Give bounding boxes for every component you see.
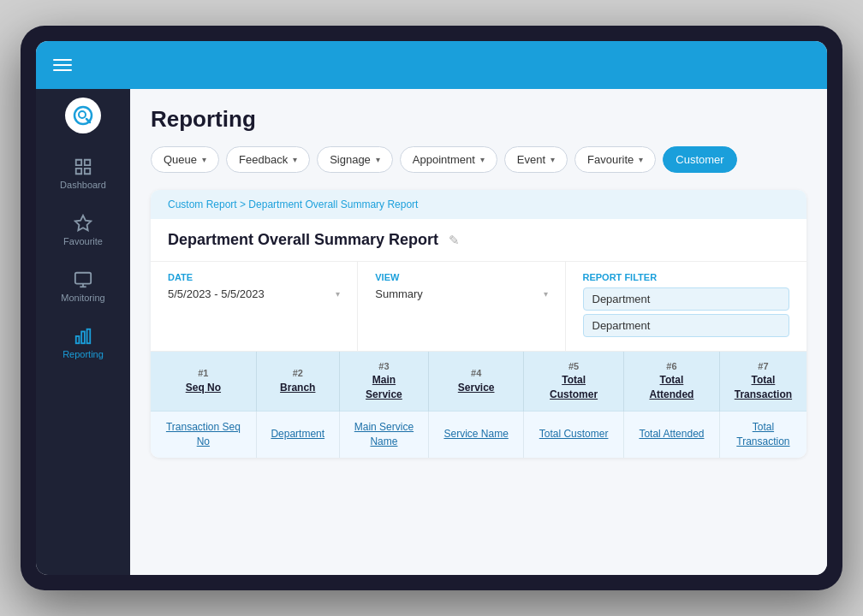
tab-appointment[interactable]: Appointment ▾ (400, 146, 497, 173)
hamburger-icon[interactable] (53, 59, 72, 71)
sub-col-total-customer[interactable]: Total Customer (524, 411, 624, 457)
report-header: Department Overall Summary Report ✎ (151, 219, 806, 262)
svg-line-1 (86, 119, 90, 122)
chevron-down-icon: ▾ (544, 289, 548, 299)
col-num-6: #6 (634, 360, 709, 373)
col-total-attended: #6 TotalAttended (624, 352, 720, 411)
filters-row: Date 5/5/2023 - 5/5/2023 ▾ View Summary … (151, 262, 806, 352)
svg-rect-9 (87, 329, 91, 344)
topbar (36, 41, 827, 89)
logo (65, 98, 101, 133)
sub-col-total-attended[interactable]: Total Attended (624, 411, 720, 457)
col-title-total-transaction[interactable]: TotalTransaction (730, 373, 796, 402)
chevron-down-icon: ▾ (639, 155, 643, 164)
table-sub-header-row: Transaction SeqNo Department Main Servic… (151, 411, 806, 457)
chevron-down-icon: ▾ (202, 155, 206, 164)
sidebar-item-favourite[interactable]: Favourite (36, 202, 130, 258)
col-title-service[interactable]: Service (439, 381, 513, 395)
view-filter-label: View (375, 272, 547, 282)
col-total-customer: #5 TotalCustomer (524, 352, 624, 411)
sub-col-transaction-seq[interactable]: Transaction SeqNo (151, 411, 256, 457)
col-title-branch[interactable]: Branch (267, 381, 329, 395)
date-filter-select[interactable]: 5/5/2023 - 5/5/2023 ▾ (168, 287, 340, 300)
sidebar-item-reporting[interactable]: Reporting (36, 315, 130, 371)
col-title-total-attended[interactable]: TotalAttended (634, 373, 709, 402)
report-filter: Report Filter Department Department (566, 262, 807, 351)
report-filter-value[interactable]: Department (583, 287, 790, 311)
sidebar: Dashboard Favourite Monitoring (36, 89, 130, 575)
col-total-transaction: #7 TotalTransaction (719, 352, 806, 411)
chevron-down-icon: ▾ (293, 155, 297, 164)
screen: Dashboard Favourite Monitoring (36, 41, 827, 575)
sidebar-label-dashboard: Dashboard (60, 180, 106, 190)
tab-feedback[interactable]: Feedback ▾ (226, 146, 310, 173)
sidebar-item-dashboard[interactable]: Dashboard (36, 145, 130, 202)
sub-col-department[interactable]: Department (256, 411, 339, 457)
svg-rect-4 (75, 273, 91, 284)
table-header-row: #1 Seq No #2 Branch #3 M (151, 352, 806, 411)
view-filter: View Summary ▾ (358, 262, 565, 351)
breadcrumb: Custom Report > Department Overall Summa… (151, 190, 806, 219)
sidebar-label-favourite: Favourite (63, 236, 103, 246)
sidebar-label-monitoring: Monitoring (61, 293, 104, 303)
tab-customer[interactable]: Customer (663, 146, 736, 173)
data-table: #1 Seq No #2 Branch #3 M (151, 352, 806, 458)
col-num-1: #1 (161, 367, 246, 380)
col-title-main-service[interactable]: MainService (350, 373, 418, 402)
col-num-7: #7 (730, 360, 796, 373)
col-main-service: #3 MainService (339, 352, 428, 411)
col-seq-no: #1 Seq No (151, 352, 256, 411)
sub-col-service-name[interactable]: Service Name (429, 411, 524, 457)
content-area: Reporting Queue ▾ Feedback ▾ Signage ▾ (130, 89, 827, 575)
report-card: Custom Report > Department Overall Summa… (151, 190, 806, 458)
main-layout: Dashboard Favourite Monitoring (36, 89, 827, 575)
col-branch: #2 Branch (256, 352, 339, 411)
sub-col-total-transaction[interactable]: TotalTransaction (719, 411, 806, 457)
col-num-3: #3 (350, 360, 418, 373)
col-num-2: #2 (267, 367, 329, 380)
svg-marker-3 (75, 216, 91, 230)
col-num-4: #4 (439, 367, 513, 380)
col-num-5: #5 (534, 360, 613, 373)
device-frame: Dashboard Favourite Monitoring (21, 26, 842, 590)
chevron-down-icon: ▾ (551, 155, 555, 164)
chevron-down-icon: ▾ (376, 155, 380, 164)
sub-col-main-service-name[interactable]: Main ServiceName (339, 411, 428, 457)
chevron-down-icon: ▾ (480, 155, 485, 164)
sidebar-label-reporting: Reporting (62, 349, 104, 359)
report-filter-option[interactable]: Department (583, 314, 790, 337)
view-filter-select[interactable]: Summary ▾ (375, 287, 547, 300)
svg-rect-8 (81, 332, 85, 344)
col-title-total-customer[interactable]: TotalCustomer (534, 373, 613, 402)
date-filter-label: Date (168, 272, 340, 282)
tab-event[interactable]: Event ▾ (504, 146, 568, 173)
col-service: #4 Service (429, 352, 524, 411)
report-filter-label: Report Filter (583, 272, 790, 282)
page-title: Reporting (151, 106, 806, 133)
svg-point-2 (79, 111, 86, 118)
sidebar-item-monitoring[interactable]: Monitoring (36, 258, 130, 315)
tab-favourite[interactable]: Favourite ▾ (574, 146, 656, 173)
report-title: Department Overall Summary Report (168, 231, 438, 249)
chevron-down-icon: ▾ (336, 289, 340, 299)
col-title-seq[interactable]: Seq No (161, 381, 246, 395)
edit-icon[interactable]: ✎ (449, 233, 460, 248)
nav-tabs: Queue ▾ Feedback ▾ Signage ▾ Appointment… (151, 146, 806, 173)
tab-queue[interactable]: Queue ▾ (151, 146, 219, 173)
date-filter: Date 5/5/2023 - 5/5/2023 ▾ (151, 262, 358, 351)
svg-rect-7 (76, 336, 80, 343)
tab-signage[interactable]: Signage ▾ (317, 146, 393, 173)
